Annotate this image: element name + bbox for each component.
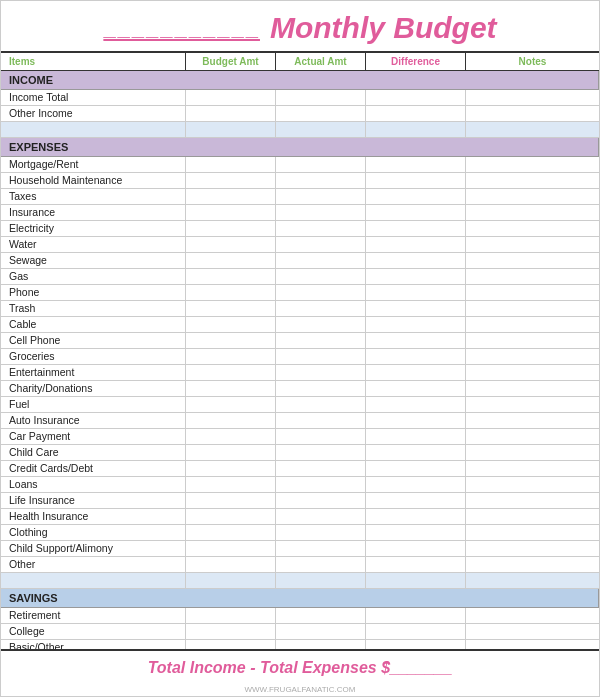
row-label: Loans: [1, 477, 186, 492]
col-actual: Actual Amt: [276, 53, 366, 70]
table-row: Basic/Other: [1, 640, 599, 649]
col-budget: Budget Amt: [186, 53, 276, 70]
row-label: Child Support/Alimony: [1, 541, 186, 556]
row-label: Groceries: [1, 349, 186, 364]
table-row: Other: [1, 557, 599, 573]
savings-section-header: SAVINGS: [1, 589, 599, 608]
table-row: Electricity: [1, 221, 599, 237]
row-label: Income Total: [1, 90, 186, 105]
income-section-header: INCOME: [1, 71, 599, 90]
row-label: Cell Phone: [1, 333, 186, 348]
row-label: Clothing: [1, 525, 186, 540]
row-label: College: [1, 624, 186, 639]
notes-cell[interactable]: [466, 90, 599, 105]
table-row: Life Insurance: [1, 493, 599, 509]
watermark: WWW.FRUGALFANATIC.COM: [1, 685, 599, 696]
row-label: Credit Cards/Debt: [1, 461, 186, 476]
col-difference: Difference: [366, 53, 466, 70]
row-label: Mortgage/Rent: [1, 157, 186, 172]
table-row: Cable: [1, 317, 599, 333]
header-line: ___________: [103, 15, 260, 41]
budget-cell[interactable]: [186, 106, 276, 121]
footer: Total Income - Total Expenses $_______: [1, 649, 599, 685]
table-row: Car Payment: [1, 429, 599, 445]
budget-page: ___________ Monthly Budget Items Budget …: [0, 0, 600, 697]
row-label: Charity/Donations: [1, 381, 186, 396]
budget-table: INCOME Income Total Other Income: [1, 71, 599, 649]
table-row: Gas: [1, 269, 599, 285]
diff-cell[interactable]: [366, 106, 466, 121]
table-row: Taxes: [1, 189, 599, 205]
income-label: INCOME: [1, 71, 599, 89]
row-label: Life Insurance: [1, 493, 186, 508]
row-label: Sewage: [1, 253, 186, 268]
row-label: Electricity: [1, 221, 186, 236]
row-label: Health Insurance: [1, 509, 186, 524]
table-row: Groceries: [1, 349, 599, 365]
row-label: Other Income: [1, 106, 186, 121]
table-row: Clothing: [1, 525, 599, 541]
row-label: Water: [1, 237, 186, 252]
table-row: Auto Insurance: [1, 413, 599, 429]
table-row: Mortgage/Rent: [1, 157, 599, 173]
budget-cell[interactable]: [186, 90, 276, 105]
row-label: Entertainment: [1, 365, 186, 380]
row-label: Household Maintenance: [1, 173, 186, 188]
table-row: College: [1, 624, 599, 640]
spacer-row: [1, 573, 599, 589]
table-row: Credit Cards/Debt: [1, 461, 599, 477]
table-row: Fuel: [1, 397, 599, 413]
row-label: Cable: [1, 317, 186, 332]
table-row: Insurance: [1, 205, 599, 221]
col-items: Items: [1, 53, 186, 70]
table-row: Health Insurance: [1, 509, 599, 525]
row-label: Retirement: [1, 608, 186, 623]
table-row: Cell Phone: [1, 333, 599, 349]
table-row: Child Support/Alimony: [1, 541, 599, 557]
actual-cell[interactable]: [276, 106, 366, 121]
row-label: Car Payment: [1, 429, 186, 444]
table-row: Income Total: [1, 90, 599, 106]
table-row: Retirement: [1, 608, 599, 624]
table-row: Entertainment: [1, 365, 599, 381]
row-label: Gas: [1, 269, 186, 284]
diff-cell[interactable]: [366, 90, 466, 105]
row-label: Insurance: [1, 205, 186, 220]
table-row: Charity/Donations: [1, 381, 599, 397]
row-label: Child Care: [1, 445, 186, 460]
actual-cell[interactable]: [276, 90, 366, 105]
row-label: Trash: [1, 301, 186, 316]
page-title: Monthly Budget: [270, 11, 497, 45]
expenses-label: EXPENSES: [1, 138, 599, 156]
total-formula: Total Income - Total Expenses $_______: [148, 659, 453, 677]
table-row: Loans: [1, 477, 599, 493]
row-label: Taxes: [1, 189, 186, 204]
row-label: Fuel: [1, 397, 186, 412]
table-row: Trash: [1, 301, 599, 317]
row-label: Basic/Other: [1, 640, 186, 649]
expenses-section-header: EXPENSES: [1, 138, 599, 157]
row-label: Auto Insurance: [1, 413, 186, 428]
header: ___________ Monthly Budget: [1, 1, 599, 53]
row-label: Phone: [1, 285, 186, 300]
table-row: Phone: [1, 285, 599, 301]
row-label: Other: [1, 557, 186, 572]
table-row: Child Care: [1, 445, 599, 461]
savings-label: SAVINGS: [1, 589, 599, 607]
table-row: Sewage: [1, 253, 599, 269]
table-row: Household Maintenance: [1, 173, 599, 189]
col-notes: Notes: [466, 53, 599, 70]
column-headers: Items Budget Amt Actual Amt Difference N…: [1, 53, 599, 71]
table-row: Other Income: [1, 106, 599, 122]
table-row: Water: [1, 237, 599, 253]
notes-cell[interactable]: [466, 106, 599, 121]
spacer-row: [1, 122, 599, 138]
